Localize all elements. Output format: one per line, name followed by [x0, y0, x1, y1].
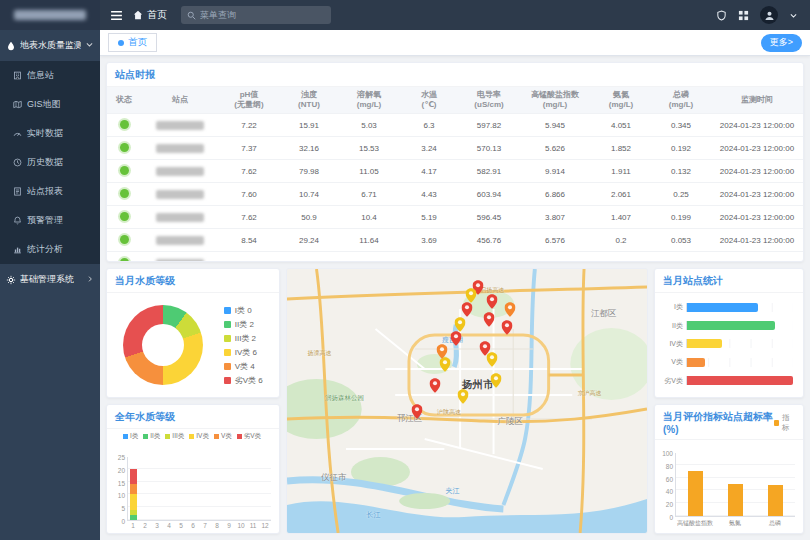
hbar-label: I类	[659, 302, 683, 312]
value-cell: 0.053	[651, 229, 711, 252]
site-cell	[141, 114, 219, 137]
app-window: 首页 地表水质量监测系统信息站GIS地图实时数据历史数据站点报表预警管理统计分析…	[0, 0, 810, 540]
status-cell	[107, 160, 141, 183]
column-header: 高锰酸盐指数(mg/L)	[519, 87, 591, 114]
map-marker-pin[interactable]	[505, 302, 516, 317]
station-report-title: 站点时报	[107, 63, 803, 87]
surface-water-system-icon	[6, 41, 16, 51]
value-cell: 6.576	[519, 229, 591, 252]
sidebar-menu: 地表水质量监测系统信息站GIS地图实时数据历史数据站点报表预警管理统计分析基础管…	[0, 30, 100, 540]
month-slot	[152, 457, 164, 520]
legend-item: V类 4	[224, 361, 263, 372]
map-marker-pin[interactable]	[483, 312, 494, 327]
site-name-blurred	[156, 121, 204, 130]
stack-segment	[130, 484, 137, 494]
map-marker-pin[interactable]	[462, 302, 473, 317]
status-ok-dot	[120, 258, 129, 263]
month-slot	[259, 457, 271, 520]
map-marker-pin[interactable]	[451, 331, 462, 346]
y-tick-label: 60	[666, 475, 673, 482]
map-marker-pin[interactable]	[458, 389, 469, 404]
map-marker-pin[interactable]	[487, 294, 498, 309]
sidebar-item-label: 站点报表	[27, 185, 63, 198]
value-cell: 456.76	[459, 229, 519, 252]
hbar-bar	[687, 376, 793, 385]
value-cell: 33.08	[279, 252, 339, 263]
map-marker-pin[interactable]	[487, 352, 498, 367]
search-icon	[187, 11, 196, 20]
sidebar-item-station-report[interactable]: 站点报表	[0, 177, 100, 206]
sidebar-group-surface-water-system[interactable]: 地表水质量监测系统	[0, 30, 100, 61]
gis-map-icon	[13, 100, 22, 109]
table-row[interactable]: 8.5429.2411.643.69456.766.5760.20.053202…	[107, 229, 803, 252]
map-marker-pin[interactable]	[429, 378, 440, 393]
value-cell: 10.74	[279, 183, 339, 206]
site-name-blurred	[156, 167, 204, 176]
status-cell	[107, 206, 141, 229]
table-row[interactable]: 7.6010.746.714.43603.946.8662.0610.25202…	[107, 183, 803, 206]
hbar-row: IV类	[659, 339, 793, 349]
month-slot	[128, 457, 140, 520]
map-marker-pin[interactable]	[411, 404, 422, 419]
table-row[interactable]: 7.3732.1615.533.24570.135.6261.8520.1922…	[107, 137, 803, 160]
menu-search-box[interactable]	[181, 6, 331, 24]
month-slot	[140, 457, 152, 520]
site-name-blurred	[156, 190, 204, 199]
hbar-track	[686, 358, 793, 367]
breadcrumb-home[interactable]: 首页	[147, 8, 167, 22]
column-header: 电导率(uS/cm)	[459, 87, 519, 114]
month-slot	[200, 457, 212, 520]
table-row[interactable]: 7.9633.083.435.38641.957.894.9440.145202…	[107, 252, 803, 263]
hbar-bar	[687, 358, 705, 367]
month-grade-panel: 当月水质等级 I类 0II类 2III类 2IV类 6V类 4劣V类 6	[106, 268, 280, 398]
home-icon	[133, 10, 143, 20]
status-ok-dot	[120, 189, 129, 198]
sidebar-item-label: 信息站	[27, 69, 54, 82]
map-marker-pin[interactable]	[490, 373, 501, 388]
sidebar-item-label: GIS地图	[27, 98, 61, 111]
sidebar-item-info-station[interactable]: 信息站	[0, 61, 100, 90]
breadcrumb[interactable]: 首页	[133, 8, 167, 22]
sidebar-item-alert-manage[interactable]: 预警管理	[0, 206, 100, 235]
user-avatar[interactable]	[760, 6, 778, 24]
apps-grid-icon[interactable]	[738, 10, 749, 21]
map-marker-pin[interactable]	[454, 317, 465, 332]
tab-home[interactable]: 首页	[108, 33, 157, 52]
map-marker-pin[interactable]	[440, 357, 451, 372]
sidebar-group-label: 基础管理系统	[20, 273, 74, 286]
sidebar-group-base-manage-system[interactable]: 基础管理系统	[0, 264, 100, 295]
sidebar-item-history-data[interactable]: 历史数据	[0, 148, 100, 177]
menu-search-input[interactable]	[200, 10, 325, 20]
value-cell: 7.60	[219, 183, 279, 206]
hbar-bar	[687, 321, 775, 330]
table-row[interactable]: 7.6279.9811.054.17582.919.9141.9110.1322…	[107, 160, 803, 183]
map-marker-pin[interactable]	[501, 320, 512, 335]
sidebar-item-realtime-data[interactable]: 实时数据	[0, 119, 100, 148]
value-cell: 7.22	[219, 114, 279, 137]
map-marker-pin[interactable]	[465, 288, 476, 303]
hamburger-icon[interactable]	[100, 9, 133, 22]
sidebar-item-stat-analysis[interactable]: 统计分析	[0, 235, 100, 264]
value-cell: 5.03	[339, 114, 399, 137]
legend-swatch	[224, 307, 231, 314]
sidebar-item-gis-map[interactable]: GIS地图	[0, 90, 100, 119]
table-row[interactable]: 7.6250.910.45.19596.453.8071.4070.199202…	[107, 206, 803, 229]
legend-label: V类	[221, 432, 232, 441]
chevron-down-icon[interactable]	[789, 11, 798, 20]
value-cell: 9.914	[519, 160, 591, 183]
month-slot	[211, 457, 223, 520]
value-cell: 5.19	[399, 206, 459, 229]
more-button[interactable]: 更多>	[761, 34, 802, 52]
value-cell: 0.199	[651, 206, 711, 229]
x-category-label: 氨氮	[715, 519, 755, 531]
left-column: 当月水质等级 I类 0II类 2III类 2IV类 6V类 4劣V类 6 全年水…	[106, 268, 280, 534]
year-grade-plot-wrap: 0510152025 123456789101112	[127, 443, 271, 531]
x-tick-label: 4	[163, 522, 175, 531]
x-tick-label: 8	[211, 522, 223, 531]
table-row[interactable]: 7.2215.915.036.3597.825.9454.0510.345202…	[107, 114, 803, 137]
shield-icon[interactable]	[716, 10, 727, 21]
legend-swatch	[224, 335, 231, 342]
site-name-blurred	[156, 213, 204, 222]
map-marker-pin[interactable]	[436, 344, 447, 359]
map-panel[interactable]: 扬州市邗江区广陵区江都区仪征市润扬森林公园瘦西湖沪陕高速启扬高速京沪高速扬溧高速…	[286, 268, 648, 534]
